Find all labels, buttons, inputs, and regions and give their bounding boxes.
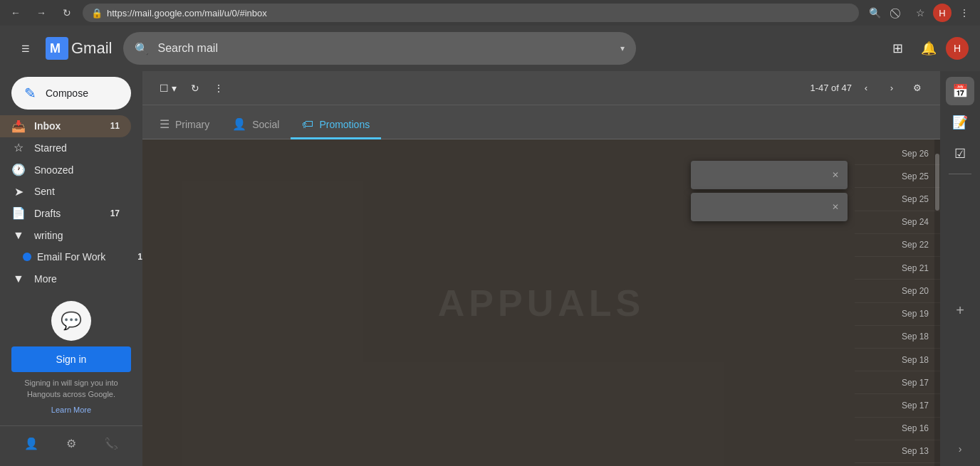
settings-button[interactable]: ⚙	[906, 77, 929, 100]
email-date-5: Sep 21	[855, 257, 940, 280]
email-date-0: Sep 26	[855, 142, 940, 165]
email-date-9: Sep 18	[855, 349, 940, 371]
right-panel-notes-btn[interactable]: 📝	[946, 108, 974, 137]
right-panel: 📅 📝 ☑ + ›	[940, 71, 980, 466]
browser-profile[interactable]: H	[933, 4, 952, 22]
popup-2-close[interactable]: ✕	[832, 202, 839, 212]
email-for-work-dot	[23, 253, 31, 261]
add-icon: +	[956, 302, 964, 319]
sidebar-item-more[interactable]: ▼ More	[0, 268, 131, 290]
apps-grid-button[interactable]: ⊞	[883, 34, 912, 63]
header-actions: ⊞ 🔔 H	[883, 34, 969, 63]
lock-icon: 🔒	[91, 8, 103, 18]
settings-icon-btn[interactable]: ⚙	[60, 432, 83, 455]
apps-grid-icon: ⊞	[892, 41, 903, 56]
email-date-10: Sep 17	[855, 371, 940, 394]
email-for-work-count: 1	[137, 252, 142, 262]
calendar-icon: 📅	[952, 83, 968, 99]
sidebar-item-inbox[interactable]: 📥 Inbox 11	[0, 115, 131, 137]
profile-avatar[interactable]: H	[946, 37, 969, 60]
gmail-logo: M Gmail	[46, 37, 112, 60]
compose-label: Compose	[46, 88, 88, 99]
popup-1: ✕	[691, 161, 848, 189]
browser-chrome: ← → ↻ 🔒 https://mail.google.com/mail/u/0…	[0, 0, 980, 26]
sidebar-item-drafts[interactable]: 📄 Drafts 17	[0, 203, 131, 225]
scrollbar-track[interactable]	[934, 139, 940, 466]
sidebar-item-email-for-work[interactable]: Email For Work 1	[0, 246, 142, 268]
snoozed-icon: 🕐	[11, 163, 26, 177]
tab-promotions[interactable]: 🏷 Promotions	[291, 111, 381, 139]
hangouts-learn-more[interactable]: Learn More	[51, 406, 91, 414]
inbox-count: 11	[110, 121, 120, 131]
scrollbar-thumb[interactable]	[935, 154, 939, 211]
bell-icon: 🔔	[921, 41, 937, 56]
sent-label: Sent	[34, 186, 120, 197]
right-panel-add-btn[interactable]: +	[946, 296, 974, 324]
gmail-header: ☰ M Gmail 🔍 Search mail ▾ ⊞ 🔔 H	[0, 26, 980, 71]
forward-button[interactable]: →	[31, 3, 51, 23]
search-dropdown-icon[interactable]: ▾	[620, 43, 625, 53]
primary-tab-icon: ☰	[160, 117, 170, 131]
hangouts-description: Signing in will sign you into Hangouts a…	[11, 378, 131, 400]
right-panel-expand-btn[interactable]: ›	[959, 443, 962, 460]
starred-icon: ☆	[11, 141, 26, 155]
star-icon-btn[interactable]: ☆	[910, 3, 930, 23]
select-all-checkbox[interactable]: ☐ ▾	[154, 77, 182, 100]
watermark: APPUALS	[438, 282, 645, 324]
email-date-12: Sep 16	[855, 418, 940, 440]
email-date-1: Sep 25	[855, 165, 940, 188]
refresh-button[interactable]: ↻	[185, 77, 205, 100]
writing-expand-icon: ▼	[11, 228, 26, 243]
more-options-btn[interactable]: ⋮	[954, 3, 974, 23]
next-page-button[interactable]: ›	[880, 77, 903, 100]
phone-icon-btn[interactable]: 📞	[100, 432, 123, 455]
popup-1-close[interactable]: ✕	[832, 170, 839, 180]
right-panel-tasks-btn[interactable]: ☑	[946, 139, 974, 168]
sidebar-item-starred[interactable]: ☆ Starred	[0, 137, 131, 159]
email-date-7: Sep 19	[855, 303, 940, 326]
gear-icon: ⚙	[913, 83, 922, 93]
more-dots-icon: ⋮	[214, 83, 224, 94]
social-tab-icon: 👤	[232, 117, 246, 131]
person-icon-btn[interactable]: 👤	[20, 432, 43, 455]
sent-icon: ➤	[11, 184, 26, 198]
email-date-2: Sep 25	[855, 188, 940, 211]
email-date-8: Sep 18	[855, 326, 940, 349]
right-panel-calendar-btn[interactable]: 📅	[946, 77, 974, 105]
tasks-icon: ☑	[954, 146, 966, 161]
address-bar[interactable]: 🔒 https://mail.google.com/mail/u/0/#inbo…	[83, 4, 859, 22]
search-icon: 🔍	[135, 42, 149, 55]
chat-bubble-icon: 💬	[61, 311, 82, 331]
right-panel-divider	[949, 174, 971, 174]
sidebar-item-sent[interactable]: ➤ Sent	[0, 181, 131, 203]
hangouts-sign-in-button[interactable]: Sign in	[11, 346, 131, 372]
sidebar-item-snoozed[interactable]: 🕐 Snoozed	[0, 159, 131, 181]
url-text: https://mail.google.com/mail/u/0/#inbox	[107, 8, 267, 18]
more-options-toolbar-button[interactable]: ⋮	[208, 77, 229, 100]
hamburger-menu-button[interactable]: ☰	[11, 34, 40, 63]
snoozed-label: Snoozed	[34, 164, 120, 176]
app-container: ☰ M Gmail 🔍 Search mail ▾ ⊞ 🔔 H	[0, 26, 980, 466]
writing-label: writing	[34, 230, 120, 241]
email-date-3: Sep 24	[855, 211, 940, 234]
sidebar-bottom-icons: 👤 ⚙ 📞	[0, 425, 142, 460]
email-date-13: Sep 13	[855, 440, 940, 463]
main-content: ✎ Compose 📥 Inbox 11 ☆ Starred 🕐 Snoozed…	[0, 71, 980, 466]
email-date-column: Sep 26 Sep 25 Sep 25 Sep 24 Sep 22 Sep 2…	[855, 139, 940, 466]
promotions-tab-icon: 🏷	[302, 118, 313, 131]
compose-button[interactable]: ✎ Compose	[11, 77, 131, 110]
lens-icon-btn[interactable]: 🔍	[865, 3, 885, 23]
notifications-button[interactable]: 🔔	[914, 34, 943, 63]
prev-page-button[interactable]: ‹	[855, 77, 877, 100]
sidebar-item-writing[interactable]: ▼ writing	[0, 224, 131, 246]
gmail-logo-icon: M	[46, 37, 68, 60]
email-date-6: Sep 20	[855, 280, 940, 302]
back-button[interactable]: ←	[6, 3, 26, 23]
zoom-icon-btn[interactable]: ⃠	[887, 3, 907, 23]
tab-primary[interactable]: ☰ Primary	[148, 111, 221, 139]
tab-social[interactable]: 👤 Social	[221, 111, 291, 139]
reload-button[interactable]: ↻	[57, 3, 77, 23]
search-bar[interactable]: 🔍 Search mail ▾	[123, 32, 636, 65]
hamburger-icon: ☰	[21, 43, 30, 54]
drafts-count: 17	[110, 208, 120, 218]
